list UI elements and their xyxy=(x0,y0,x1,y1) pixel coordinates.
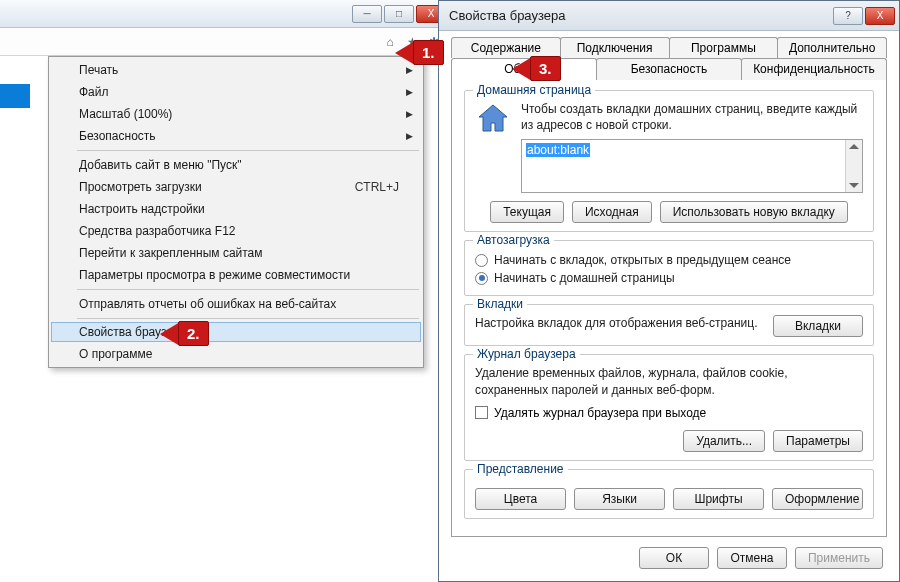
checkbox-delete-on-exit[interactable]: Удалять журнал браузера при выходе xyxy=(475,404,863,422)
scrollbar[interactable] xyxy=(845,140,862,192)
submenu-arrow-icon: ▶ xyxy=(406,65,413,75)
menu-add-start[interactable]: Добавить сайт в меню "Пуск" xyxy=(51,154,421,176)
menu-label: Печать xyxy=(79,63,118,77)
dialog-help-button[interactable]: ? xyxy=(833,7,863,25)
appearance-accessibility-button[interactable]: Оформление xyxy=(772,488,863,510)
home-icon xyxy=(475,101,511,137)
radio-label: Начинать с домашней страницы xyxy=(494,271,675,285)
menu-internet-options[interactable]: Свойства браузера xyxy=(51,322,421,342)
group-legend: Автозагрузка xyxy=(473,233,554,247)
submenu-arrow-icon: ▶ xyxy=(406,87,413,97)
internet-options-dialog: Свойства браузера ? X Содержание Подключ… xyxy=(438,0,900,582)
group-tabs: Вкладки Настройка вкладок для отображени… xyxy=(464,304,874,346)
menu-zoom[interactable]: Масштаб (100%)▶ xyxy=(51,103,421,125)
group-appearance: Представление Цвета Языки Шрифты Оформле… xyxy=(464,469,874,519)
tabs-settings-button[interactable]: Вкладки xyxy=(773,315,863,337)
dialog-titlebar: Свойства браузера ? X xyxy=(439,1,899,31)
menu-separator xyxy=(77,150,419,151)
menu-file[interactable]: Файл▶ xyxy=(51,81,421,103)
history-settings-button[interactable]: Параметры xyxy=(773,430,863,452)
homepage-newtab-button[interactable]: Использовать новую вкладку xyxy=(660,201,848,223)
menu-about[interactable]: О программе xyxy=(51,343,421,365)
menu-downloads[interactable]: Просмотреть загрузкиCTRL+J xyxy=(51,176,421,198)
homepage-default-button[interactable]: Исходная xyxy=(572,201,652,223)
submenu-arrow-icon: ▶ xyxy=(406,109,413,119)
menu-label: Файл xyxy=(79,85,109,99)
annotation-badge: 3. xyxy=(530,56,561,81)
tab-content[interactable]: Содержание xyxy=(451,37,561,58)
tab-advanced[interactable]: Дополнительно xyxy=(777,37,887,58)
arrow-icon xyxy=(160,322,180,346)
tab-programs[interactable]: Программы xyxy=(669,37,779,58)
homepage-current-button[interactable]: Текущая xyxy=(490,201,564,223)
tab-privacy[interactable]: Конфиденциальность xyxy=(741,58,887,80)
menu-label: Настроить надстройки xyxy=(79,202,205,216)
menu-label: Перейти к закрепленным сайтам xyxy=(79,246,263,260)
checkbox-icon xyxy=(475,406,488,419)
dialog-title: Свойства браузера xyxy=(449,8,833,23)
group-legend: Журнал браузера xyxy=(473,347,580,361)
dialog-close-button[interactable]: X xyxy=(865,7,895,25)
menu-label: Параметры просмотра в режиме совместимос… xyxy=(79,268,350,282)
window-maximize-button[interactable]: □ xyxy=(384,5,414,23)
checkbox-label: Удалять журнал браузера при выходе xyxy=(494,406,706,420)
appearance-colors-button[interactable]: Цвета xyxy=(475,488,566,510)
group-legend: Представление xyxy=(473,462,568,476)
window-minimize-button[interactable]: ─ xyxy=(352,5,382,23)
menu-label: О программе xyxy=(79,347,152,361)
menu-label: Просмотреть загрузки xyxy=(79,180,202,194)
radio-label: Начинать с вкладок, открытых в предыдуще… xyxy=(494,253,791,267)
menu-separator xyxy=(77,289,419,290)
dialog-footer: ОК Отмена Применить xyxy=(451,537,887,573)
group-startup: Автозагрузка Начинать с вкладок, открыты… xyxy=(464,240,874,296)
annotation-marker-3: 3. xyxy=(512,56,561,81)
group-legend: Вкладки xyxy=(473,297,527,311)
group-homepage: Домашняя страница Чтобы создать вкладки … xyxy=(464,90,874,232)
annotation-badge: 2. xyxy=(178,321,209,346)
tab-general-panel: Домашняя страница Чтобы создать вкладки … xyxy=(451,79,887,537)
menu-safety[interactable]: Безопасность▶ xyxy=(51,125,421,147)
arrow-icon xyxy=(395,41,415,65)
menu-label: Масштаб (100%) xyxy=(79,107,172,121)
tab-connections[interactable]: Подключения xyxy=(560,37,670,58)
arrow-icon xyxy=(512,57,532,81)
submenu-arrow-icon: ▶ xyxy=(406,131,413,141)
tabs-text: Настройка вкладок для отображения веб-ст… xyxy=(475,315,763,331)
appearance-fonts-button[interactable]: Шрифты xyxy=(673,488,764,510)
menu-addons[interactable]: Настроить надстройки xyxy=(51,198,421,220)
menu-separator xyxy=(77,318,419,319)
menu-print[interactable]: Печать▶ xyxy=(51,59,421,81)
menu-label: Добавить сайт в меню "Пуск" xyxy=(79,158,241,172)
radio-homepage[interactable]: Начинать с домашней страницы xyxy=(475,269,863,287)
menu-errors[interactable]: Отправлять отчеты об ошибках на веб-сайт… xyxy=(51,293,421,315)
appearance-languages-button[interactable]: Языки xyxy=(574,488,665,510)
selection-bar xyxy=(0,84,30,108)
tools-context-menu: Печать▶ Файл▶ Масштаб (100%)▶ Безопаснос… xyxy=(48,56,424,368)
group-history: Журнал браузера Удаление временных файло… xyxy=(464,354,874,460)
menu-pinned[interactable]: Перейти к закрепленным сайтам xyxy=(51,242,421,264)
apply-button[interactable]: Применить xyxy=(795,547,883,569)
menu-f12[interactable]: Средства разработчика F12 xyxy=(51,220,421,242)
history-delete-button[interactable]: Удалить... xyxy=(683,430,765,452)
menu-shortcut: CTRL+J xyxy=(355,180,399,194)
tab-security[interactable]: Безопасность xyxy=(596,58,742,80)
cancel-button[interactable]: Отмена xyxy=(717,547,787,569)
annotation-marker-1: 1. xyxy=(395,40,444,65)
browser-titlebar: ─ □ X xyxy=(0,0,450,28)
menu-compat[interactable]: Параметры просмотра в режиме совместимос… xyxy=(51,264,421,286)
homepage-url-input[interactable]: about:blank xyxy=(521,139,863,193)
group-legend: Домашняя страница xyxy=(473,83,595,97)
annotation-badge: 1. xyxy=(413,40,444,65)
history-text: Удаление временных файлов, журнала, файл… xyxy=(475,365,863,397)
menu-label: Отправлять отчеты об ошибках на веб-сайт… xyxy=(79,297,336,311)
radio-icon xyxy=(475,254,488,267)
menu-label: Безопасность xyxy=(79,129,156,143)
homepage-url-value: about:blank xyxy=(526,143,590,157)
radio-last-session[interactable]: Начинать с вкладок, открытых в предыдуще… xyxy=(475,251,863,269)
radio-icon xyxy=(475,272,488,285)
ok-button[interactable]: ОК xyxy=(639,547,709,569)
homepage-text: Чтобы создать вкладки домашних страниц, … xyxy=(521,101,863,133)
browser-toolbar: ⌂ ★ ✱ xyxy=(0,28,450,56)
menu-label: Средства разработчика F12 xyxy=(79,224,236,238)
annotation-marker-2: 2. xyxy=(160,321,209,346)
